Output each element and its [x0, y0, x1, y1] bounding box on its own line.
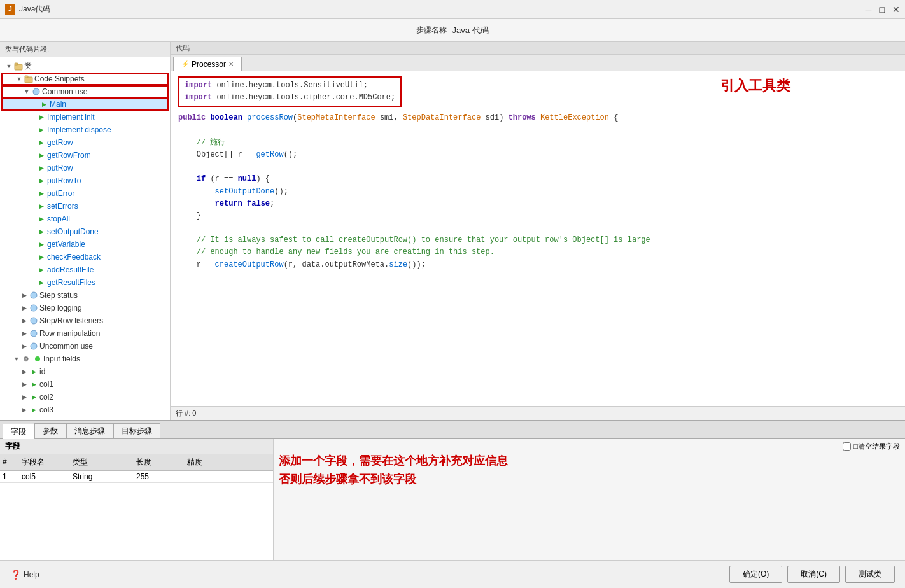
tab-fields[interactable]: 字段: [3, 424, 34, 439]
bottom-right-panel: □清空结果字段 添加一个字段，需要在这个地方补充对应信息 否则后续步骤拿不到该字…: [274, 439, 905, 560]
tree-item-snippets[interactable]: Code Snippets: [1, 73, 169, 85]
tree-label-step-row-listeners: Step/Row listeners: [39, 316, 103, 325]
row-name: col5: [19, 471, 70, 482]
tree-item-getrow[interactable]: ▶ getRow: [0, 136, 170, 149]
maximize-button[interactable]: □: [880, 5, 885, 14]
green-arrow-icon: ▶: [37, 240, 46, 249]
tree-arrow: [28, 215, 36, 223]
tree-item-step-logging[interactable]: Step logging: [0, 302, 170, 314]
tree-item-checkfeedback[interactable]: ▶ checkFeedback: [0, 251, 170, 263]
tree-item-field-id[interactable]: ▶ id: [0, 365, 170, 378]
green-arrow-icon: ▶: [37, 151, 46, 160]
tree-item-common[interactable]: Common use: [1, 85, 169, 98]
fields-header-bar: 字段: [0, 439, 273, 454]
tree-item-setoutputdone[interactable]: ▶ setOutputDone: [0, 225, 170, 238]
tree-label-getrow: getRow: [47, 138, 73, 147]
left-panel: 类与代码片段: 类 Code Snippets: [0, 42, 171, 420]
tree-arrow: [5, 62, 13, 70]
tree-label-row-manipulation: Row manipulation: [39, 329, 100, 338]
tree-item-class[interactable]: 类: [0, 60, 170, 73]
tree-item-step-status[interactable]: Step status: [0, 289, 170, 302]
tree-item-implement-init[interactable]: ▶ Implement init: [0, 111, 170, 123]
row-length: 255: [134, 471, 185, 482]
tree-item-addresultfile[interactable]: ▶ addResultFile: [0, 263, 170, 276]
minimize-button[interactable]: ─: [866, 5, 872, 14]
code-content[interactable]: public boolean processRow(StepMetaInterf…: [171, 107, 905, 406]
tree-item-stopall[interactable]: ▶ stopAll: [0, 213, 170, 225]
tree-arrow-main: [31, 101, 38, 108]
tree-item-seterrors[interactable]: ▶ setErrors: [0, 200, 170, 213]
svg-point-6: [31, 305, 37, 311]
tree-arrow-common: [23, 88, 31, 95]
tree-label-seterrors: setErrors: [47, 202, 78, 211]
clear-result-label: □清空结果字段: [853, 442, 900, 451]
tree-item-field-col2[interactable]: ▶ col2: [0, 391, 170, 403]
tab-message-steps[interactable]: 消息步骤: [66, 423, 113, 438]
tree-label-setoutputdone: setOutputDone: [47, 227, 99, 236]
svg-point-10: [35, 356, 40, 361]
tree-arrow: [28, 126, 36, 134]
tree-label-uncommon-use: Uncommon use: [39, 342, 93, 351]
green-arrow-icon: ▶: [37, 138, 46, 147]
tree-item-uncommon-use[interactable]: Uncommon use: [0, 340, 170, 353]
tree-item-getrowfrom[interactable]: ▶ getRowFrom: [0, 149, 170, 162]
clear-result-area: □清空结果字段: [843, 442, 900, 451]
import-annotation: 引入工具类: [720, 76, 790, 95]
row-type: String: [70, 471, 134, 482]
green-arrow-icon: ▶: [37, 113, 46, 122]
code-editor-area[interactable]: 引入工具类 import online.heycm.tools.Sensitiv…: [171, 71, 905, 406]
tree-item-main[interactable]: ▶ Main: [1, 98, 169, 111]
tab-target-steps[interactable]: 目标步骤: [113, 423, 160, 438]
tree-item-implement-dispose[interactable]: ▶ Implement dispose: [0, 123, 170, 136]
tree-item-field-col1[interactable]: ▶ col1: [0, 378, 170, 391]
snippet-icon: [29, 316, 38, 325]
tree-item-getvariable[interactable]: ▶ getVariable: [0, 238, 170, 251]
tree-area[interactable]: 类 Code Snippets Common use ▶ Ma: [0, 57, 170, 420]
tree-item-field-col3[interactable]: ▶ col3: [0, 403, 170, 416]
left-panel-header: 类与代码片段:: [0, 42, 170, 57]
green-arrow-icon: ▶: [37, 227, 46, 236]
clear-result-checkbox[interactable]: [843, 442, 851, 451]
import-line1: import online.heycm.tools.SensitiveUtil;: [185, 80, 395, 92]
step-name-value: Java 代码: [452, 25, 488, 36]
tab-params[interactable]: 参数: [34, 423, 66, 438]
tab-close-icon[interactable]: ✕: [228, 60, 234, 67]
svg-point-8: [31, 330, 37, 337]
tree-arrow: [28, 139, 36, 146]
tree-item-input-fields[interactable]: ⚙ Input fields: [0, 353, 170, 365]
test-button[interactable]: 测试类: [845, 566, 895, 583]
tree-label-getrowfrom: getRowFrom: [47, 151, 91, 160]
tree-item-getresultfiles[interactable]: ▶ getResultFiles: [0, 276, 170, 289]
tree-item-step-row-listeners[interactable]: Step/Row listeners: [0, 314, 170, 327]
tree-item-putrow[interactable]: ▶ putRow: [0, 162, 170, 174]
folder-icon: [14, 62, 23, 71]
import-line2: import online.heycm.tools.cipher.core.MD…: [185, 92, 395, 104]
tree-label-field-col2: col2: [39, 393, 53, 402]
processor-tab-icon: ⚡: [181, 60, 189, 67]
tree-label-puterror: putError: [47, 189, 74, 198]
processor-tab[interactable]: ⚡ Processor ✕: [173, 57, 242, 71]
tree-label-field-col1: col1: [39, 380, 53, 389]
tree-arrow: [20, 330, 28, 337]
col-header-length: 长度: [134, 456, 185, 469]
tree-label-stopall: stopAll: [47, 214, 70, 223]
tree-label-class: 类: [24, 61, 32, 72]
tree-arrow: [15, 75, 23, 83]
footer: ❓ Help 确定(O) 取消(C) 测试类: [0, 560, 905, 588]
confirm-button[interactable]: 确定(O): [729, 566, 782, 583]
tree-label-main: Main: [50, 100, 66, 109]
tree-arrow: [28, 177, 36, 185]
status-bar-text: 行 #: 0: [176, 409, 196, 418]
code-panel-header-label: 代码: [171, 42, 905, 55]
green-arrow-icon: ▶: [37, 176, 46, 185]
tree-item-putrowto[interactable]: ▶ putRowTo: [0, 174, 170, 187]
title-bar-text: Java代码: [19, 4, 50, 15]
cancel-button[interactable]: 取消(C): [787, 566, 840, 583]
green-arrow-icon: ▶: [37, 125, 46, 134]
gear-icon-input: ⚙: [22, 354, 31, 363]
tree-arrow: [20, 317, 28, 325]
close-button[interactable]: ✕: [892, 5, 900, 14]
footer-left: ❓ Help: [10, 570, 39, 580]
tree-item-row-manipulation[interactable]: Row manipulation: [0, 327, 170, 340]
tree-item-puterror[interactable]: ▶ putError: [0, 187, 170, 200]
